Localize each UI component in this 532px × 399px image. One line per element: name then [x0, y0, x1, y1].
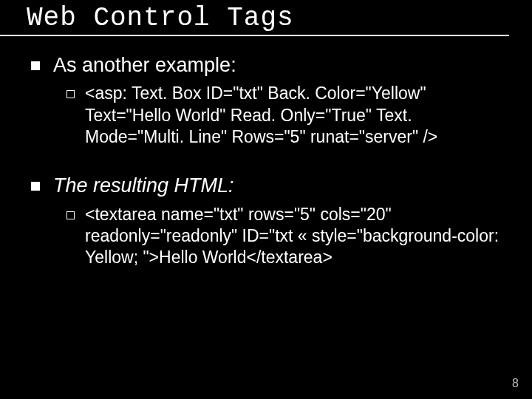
bullet-level2: <asp: Text. Box ID="txt" Back. Color="Ye…: [66, 83, 510, 148]
square-bullet-icon: [31, 182, 40, 191]
slide-body: As another example: <asp: Text. Box ID="…: [24, 52, 511, 269]
page-number: 8: [512, 377, 519, 390]
slide: Web Control Tags As another example: <as…: [0, 0, 532, 399]
square-bullet-icon: [31, 61, 40, 70]
bullet-level1: As another example:: [31, 52, 510, 78]
bullet-level2: <textarea name="txt" rows="5" cols="20" …: [66, 204, 510, 269]
slide-title: Web Control Tags: [24, 3, 511, 33]
bullet2-label: The resulting HTML:: [53, 173, 234, 199]
hollow-square-bullet-icon: [66, 90, 75, 98]
bullet2-code: <textarea name="txt" rows="5" cols="20" …: [85, 204, 510, 269]
bullet1-code: <asp: Text. Box ID="txt" Back. Color="Ye…: [85, 83, 510, 148]
hollow-square-bullet-icon: [66, 211, 75, 219]
title-separator: [0, 35, 509, 36]
bullet-level1: The resulting HTML:: [31, 173, 510, 199]
bullet1-label: As another example:: [53, 52, 236, 78]
